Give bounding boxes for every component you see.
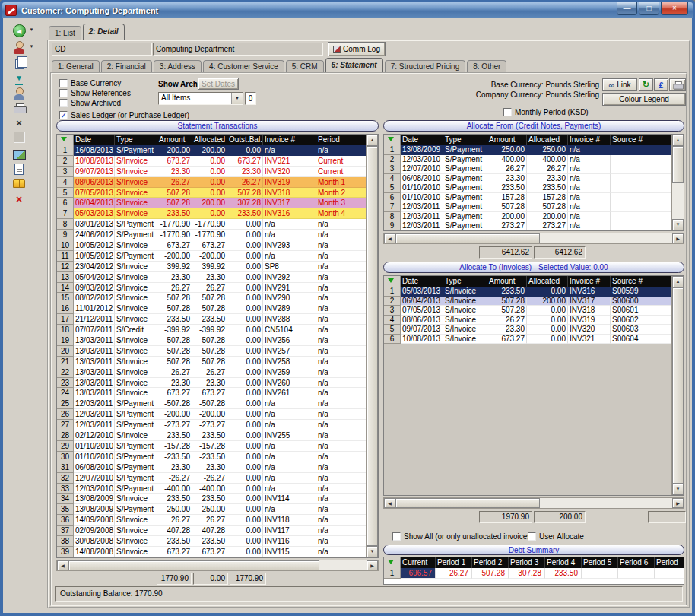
- refresh-rates-button[interactable]: ↻: [639, 78, 653, 91]
- dropdown-arrow-icon[interactable]: ▼: [231, 93, 243, 104]
- scroll-down-button[interactable]: ▼: [367, 546, 378, 557]
- table-row[interactable]: 3312/03/2010S/Payment-400.00-400.000.00n…: [57, 484, 378, 494]
- table-row[interactable]: 307/05/2013S/Invoice507.280.00INV318S006…: [384, 306, 684, 316]
- toolbar-copy-button[interactable]: [11, 56, 27, 71]
- table-row[interactable]: 2413/03/2011S/Invoice673.27673.270.00INV…: [57, 388, 378, 398]
- sales-ledger-checkbox[interactable]: ✓ Sales Ledger (or Purchase Ledger): [59, 111, 189, 119]
- column-header[interactable]: Date: [74, 135, 115, 145]
- allocate-from-horizontal-scrollbar[interactable]: ◀ ▶: [383, 233, 684, 244]
- checkbox-box[interactable]: [59, 79, 68, 87]
- table-row[interactable]: 2802/12/2010S/Invoice233.50233.500.00INV…: [57, 430, 378, 441]
- column-header[interactable]: Period: [316, 135, 367, 145]
- print-statement-button[interactable]: [669, 78, 686, 91]
- scrollbar-thumb[interactable]: [68, 560, 319, 570]
- scroll-up-button[interactable]: ▲: [367, 135, 378, 146]
- toolbar-user-button[interactable]: [11, 86, 27, 101]
- column-header[interactable]: Date: [401, 276, 443, 287]
- allocate-to-horizontal-scrollbar[interactable]: ◀ ▶: [383, 497, 684, 509]
- scroll-right-button[interactable]: ▶: [672, 498, 684, 508]
- table-row[interactable]: 408/06/2013S/Invoice26.270.0026.27INV319…: [57, 177, 378, 188]
- table-row[interactable]: 309/07/2013S/Invoice23.300.0023.30INV320…: [57, 167, 378, 177]
- toolbar-notes-button[interactable]: [11, 176, 27, 191]
- table-row[interactable]: 2213/03/2011S/Invoice26.2726.270.00INV25…: [57, 367, 378, 378]
- tab-address[interactable]: 3: Address: [154, 60, 202, 72]
- table-row[interactable]: 610/08/2013S/Invoice673.270.00INV321S006…: [384, 335, 684, 345]
- table-row[interactable]: 2313/03/2011S/Invoice23.3023.300.00INV26…: [57, 378, 378, 389]
- table-row[interactable]: 3212/07/2010S/Payment-26.27-26.270.00n/a…: [57, 473, 378, 484]
- scroll-left-button[interactable]: ◀: [384, 498, 395, 508]
- show-archived-checkbox[interactable]: Show Archived: [59, 99, 121, 107]
- column-header[interactable]: Period 4: [545, 557, 582, 568]
- tab-structured-pricing[interactable]: 7: Structured Pricing: [385, 60, 466, 72]
- table-row[interactable]: 3830/08/2008S/Invoice233.50233.500.00INV…: [57, 536, 378, 547]
- table-row[interactable]: 606/04/2013S/Invoice507.28200.00307.28IN…: [57, 198, 378, 208]
- table-row[interactable]: 1110/05/2012S/Payment-200.00-200.000.00n…: [57, 251, 378, 262]
- table-row[interactable]: 2013/03/2011S/Invoice507.28507.280.00INV…: [57, 346, 378, 357]
- toolbar-print-button[interactable]: [11, 100, 27, 116]
- monthly-period-checkbox[interactable]: Monthly Period (KSD): [503, 108, 589, 116]
- table-row[interactable]: 1010/05/2012S/Invoice673.27673.270.00INV…: [57, 240, 378, 251]
- base-currency-checkbox[interactable]: Base Currency: [59, 79, 121, 87]
- scrollbar-thumb[interactable]: [367, 146, 378, 546]
- table-row[interactable]: 116/08/2013S/Payment-200.00-200.000.00n/…: [57, 145, 378, 156]
- scroll-up-button[interactable]: ▲: [672, 135, 684, 146]
- column-header[interactable]: Invoice #: [263, 135, 316, 145]
- comm-log-button[interactable]: Comm Log: [328, 42, 386, 56]
- toolbar-document-button[interactable]: [11, 161, 27, 176]
- table-row[interactable]: 1223/04/2012S/Invoice399.92399.920.00SP8…: [57, 262, 378, 272]
- column-header[interactable]: Date: [401, 135, 443, 145]
- column-header[interactable]: Type: [443, 276, 487, 287]
- table-row[interactable]: 1807/07/2011S/Credit-399.92-399.920.00CN…: [57, 325, 378, 335]
- maximize-button[interactable]: □: [639, 2, 659, 15]
- scroll-left-button[interactable]: ◀: [384, 233, 395, 243]
- grid-filter-arrow-icon[interactable]: [384, 557, 401, 568]
- grid-filter-arrow-icon[interactable]: [384, 276, 401, 287]
- minimize-button[interactable]: —: [617, 2, 637, 15]
- table-row[interactable]: 705/03/2013S/Invoice233.500.00233.50INV3…: [57, 208, 378, 219]
- nav-dropdown-caret-icon[interactable]: ▼: [28, 27, 35, 32]
- table-row[interactable]: 712/03/2011S/Payment507.28507.28n/a: [384, 202, 684, 212]
- table-row[interactable]: 312/07/2010S/Payment26.2726.27n/a: [384, 164, 684, 174]
- grid-filter-arrow-icon[interactable]: [57, 135, 74, 145]
- table-row[interactable]: 2712/03/2011S/Payment-273.27-273.270.00n…: [57, 420, 378, 430]
- checkbox-box[interactable]: [503, 108, 512, 116]
- titlebar[interactable]: Customer: Computing Department — □ ×: [2, 2, 693, 18]
- table-row[interactable]: 3106/08/2010S/Payment-23.30-23.300.00n/a…: [57, 462, 378, 473]
- column-header[interactable]: Amount: [487, 276, 527, 287]
- column-header[interactable]: Source #: [611, 276, 673, 287]
- column-header[interactable]: Invoice #: [568, 135, 611, 145]
- close-button[interactable]: ×: [661, 2, 688, 15]
- table-row[interactable]: 210/08/2013S/Invoice673.270.00673.27INV3…: [57, 156, 378, 167]
- table-row[interactable]: 803/01/2013S/Payment-1770.90-1770.900.00…: [57, 219, 378, 230]
- scroll-up-button[interactable]: ▲: [672, 276, 684, 287]
- table-row[interactable]: 3914/08/2008S/Invoice673.27673.270.00INV…: [57, 547, 378, 557]
- user-allocate-checkbox[interactable]: User Allocate: [528, 532, 584, 541]
- toolbar-nav-button[interactable]: ◀: [11, 23, 27, 38]
- table-row[interactable]: 3001/10/2010S/Payment-233.50-233.500.00n…: [57, 452, 378, 462]
- tab-general[interactable]: 1: General: [52, 60, 100, 72]
- table-row[interactable]: 406/08/2010S/Payment23.3023.30n/a: [384, 174, 684, 184]
- tab-financial[interactable]: 2: Financial: [101, 60, 152, 72]
- table-row[interactable]: 2612/03/2011S/Payment-200.00-200.000.00n…: [57, 409, 378, 420]
- column-header[interactable]: Allocated: [192, 135, 227, 145]
- statement-vertical-scrollbar[interactable]: ▲ ▼: [366, 135, 378, 557]
- scroll-right-button[interactable]: ▶: [672, 233, 684, 243]
- checkbox-box[interactable]: [59, 89, 68, 97]
- table-row[interactable]: 1721/12/2011S/Invoice233.50233.500.00INV…: [57, 314, 378, 325]
- column-header[interactable]: Type: [443, 135, 487, 145]
- table-row[interactable]: 812/03/2011S/Payment200.00200.00n/a: [384, 212, 684, 222]
- table-row[interactable]: 2512/03/2011S/Payment-507.28-507.280.00n…: [57, 398, 378, 409]
- table-row[interactable]: 601/10/2010S/Payment157.28157.28n/a: [384, 193, 684, 203]
- table-row[interactable]: 3513/08/2009S/Payment-250.00-250.000.00n…: [57, 504, 378, 515]
- column-header[interactable]: Period 6: [618, 557, 655, 568]
- table-row[interactable]: 113/08/2009S/Payment250.00250.00n/a: [384, 145, 684, 155]
- table-row[interactable]: 1409/03/2012S/Invoice26.2726.270.00INV29…: [57, 283, 378, 294]
- scroll-right-button[interactable]: ▶: [367, 560, 378, 570]
- currency-pound-button[interactable]: £: [654, 78, 668, 91]
- table-row[interactable]: 1696.5726.27507.28307.28233.50: [384, 568, 684, 579]
- tab-customer-service[interactable]: 4: Customer Service: [203, 60, 284, 72]
- column-header[interactable]: Current: [401, 557, 436, 568]
- tab-detail[interactable]: 2: Detail: [83, 24, 125, 40]
- table-row[interactable]: 408/06/2013S/Invoice26.270.00INV319S0060…: [384, 316, 684, 325]
- table-row[interactable]: 501/10/2010S/Payment233.50233.50n/a: [384, 183, 684, 193]
